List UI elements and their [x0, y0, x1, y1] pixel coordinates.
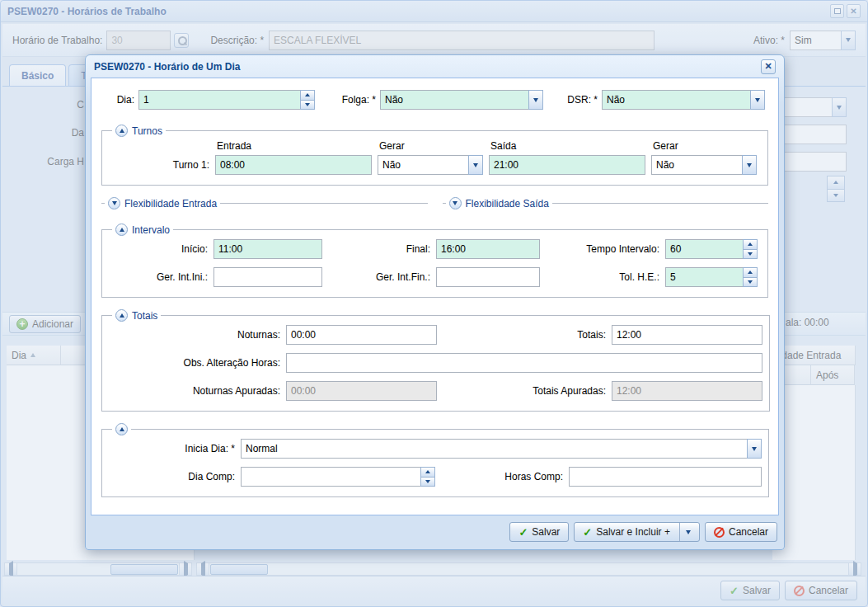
chevron-down-icon [686, 530, 691, 534]
check-icon: ✓ [583, 527, 592, 538]
totais-apuradas-input[interactable] [612, 381, 762, 401]
tol-he-input[interactable] [665, 267, 744, 287]
fieldset-totais-legend: Totais [112, 309, 161, 322]
dia-comp-label: Dia Comp: [109, 471, 235, 482]
dialog-save-add-button[interactable]: ✓ Salvar e Incluir + [574, 522, 700, 542]
intervalo-legend-label: Intervalo [132, 224, 170, 236]
dsr-combo [602, 90, 765, 110]
turno1-gerar-entrada-input[interactable] [378, 155, 469, 175]
flex-entrada-label: Flexibilidade Entrada [124, 198, 217, 209]
noturnas-apuradas-label: Noturnas Apuradas: [109, 385, 280, 397]
fieldset-flex-saida: Flexibilidade Saída [443, 197, 769, 210]
dialog-cancel-button[interactable]: Cancelar [705, 522, 777, 542]
fieldset-flex-entrada: Flexibilidade Entrada [101, 197, 428, 210]
noturnas-apuradas-input[interactable] [286, 381, 437, 401]
inicia-dia-trigger[interactable] [747, 439, 762, 459]
dialog-save-add-label: Salvar e Incluir + [596, 526, 670, 538]
totais-label: Totais: [443, 329, 606, 341]
tempo-intervalo-label: Tempo Intervalo: [546, 243, 659, 255]
dia-spin-down-button[interactable] [300, 100, 315, 111]
inicio-input[interactable] [213, 239, 322, 259]
expand-flex-saida-button[interactable] [449, 197, 462, 209]
dia-label: Dia: [101, 94, 134, 106]
dialog-close-button[interactable]: ✕ [761, 59, 776, 74]
inicia-dia-input[interactable] [241, 439, 748, 459]
collapse-intervalo-button[interactable] [115, 224, 128, 236]
ger-int-ini-label: Ger. Int.Ini.: [109, 271, 208, 283]
turnos-header-gerar-2: Gerar [651, 140, 757, 152]
dia-spin [300, 90, 315, 110]
dia-input[interactable] [138, 90, 301, 110]
expand-flex-entrada-button[interactable] [108, 197, 120, 209]
folga-input[interactable] [380, 90, 529, 110]
flex-saida-label: Flexibilidade Saída [466, 198, 549, 209]
turno1-gerar-saida-combo [651, 155, 757, 175]
folga-combo-trigger[interactable] [528, 90, 543, 110]
turnos-header-saida: Saída [489, 140, 645, 152]
tempo-spin-down-button[interactable] [743, 249, 758, 260]
inicia-dia-label: Inicia Dia: * [109, 443, 235, 454]
turno1-gerar-saida-input[interactable] [651, 155, 743, 175]
turno1-saida-input[interactable] [489, 155, 645, 175]
cancel-icon [714, 527, 725, 538]
turnos-header-gerar-1: Gerar [378, 140, 483, 152]
final-input[interactable] [436, 239, 540, 259]
fieldset-extra-legend [112, 423, 131, 435]
tol-spin-down-button[interactable] [743, 277, 758, 288]
check-icon: ✓ [518, 527, 528, 538]
dia-comp-spin-down-button[interactable] [420, 477, 435, 487]
turno1-label: Turno 1: [109, 159, 209, 171]
save-add-menu-button[interactable] [679, 523, 691, 541]
folga-combo [380, 90, 543, 110]
dialog-header: PSEW0270 - Horário de Um Dia ✕ [91, 55, 779, 78]
dsr-combo-trigger[interactable] [750, 90, 765, 110]
dialog-title: PSEW0270 - Horário de Um Dia [94, 61, 240, 73]
fieldset-intervalo: Intervalo Início: Final: Tempo Intervalo… [101, 224, 768, 298]
dialog-cancel-label: Cancelar [729, 526, 768, 538]
obs-alteracao-input[interactable] [286, 353, 762, 373]
dialog-save-label: Salvar [532, 526, 560, 538]
collapse-turnos-button[interactable] [115, 125, 128, 137]
extra-grid: Inicia Dia: * Dia Comp: Horas Comp: [109, 439, 762, 487]
dia-comp-spin [420, 467, 435, 487]
dsr-input[interactable] [602, 90, 751, 110]
noturnas-input[interactable] [286, 325, 437, 345]
tempo-intervalo-input[interactable] [665, 239, 744, 259]
tempo-spin [743, 239, 758, 259]
dialog-main-row: Dia: Folga: * DSR: * [101, 90, 768, 110]
dia-spinner-field [138, 90, 315, 110]
tempo-intervalo-spinner [665, 239, 758, 259]
tol-spin [743, 267, 758, 287]
horas-comp-input[interactable] [569, 467, 762, 487]
obs-alteracao-label: Obs. Alteração Horas: [109, 357, 280, 369]
flex-saida-legend: Flexibilidade Saída [446, 197, 552, 209]
tol-he-spinner [665, 267, 758, 287]
flexibilidade-row: Flexibilidade Entrada Flexibilidade Saíd… [101, 197, 768, 210]
totais-apuradas-label: Totais Apuradas: [443, 385, 606, 397]
ger-int-fin-input[interactable] [436, 267, 540, 287]
dialog-save-button[interactable]: ✓ Salvar [509, 522, 569, 542]
dia-comp-input[interactable] [241, 467, 421, 487]
dialog-horario-um-dia: PSEW0270 - Horário de Um Dia ✕ Dia: Folg… [85, 54, 785, 550]
final-label: Final: [328, 243, 430, 255]
inicio-label: Início: [109, 243, 208, 255]
dialog-footer: ✓ Salvar ✓ Salvar e Incluir + Cancelar [91, 520, 779, 544]
fieldset-intervalo-legend: Intervalo [112, 224, 173, 236]
close-icon: ✕ [764, 61, 772, 72]
turnos-legend-label: Turnos [132, 125, 162, 137]
fieldset-turnos-legend: Turnos [112, 125, 166, 137]
dsr-label: DSR: * [550, 94, 598, 106]
folga-label: Folga: * [321, 94, 376, 106]
inicia-dia-combo [241, 439, 762, 459]
turno1-gerar-entrada-combo [378, 155, 483, 175]
turnos-grid: Entrada Gerar Saída Gerar Turno 1: [109, 140, 761, 175]
tol-he-label: Tol. H.E.: [546, 271, 659, 283]
collapse-totais-button[interactable] [115, 309, 128, 322]
turno1-entrada-input[interactable] [215, 155, 372, 175]
collapse-extra-button[interactable] [115, 423, 128, 435]
totais-input[interactable] [612, 325, 762, 345]
ger-int-ini-input[interactable] [213, 267, 322, 287]
turnos-header-entrada: Entrada [215, 140, 372, 152]
turno1-gerar-entrada-trigger[interactable] [468, 155, 483, 175]
turno1-gerar-saida-trigger[interactable] [742, 155, 757, 175]
